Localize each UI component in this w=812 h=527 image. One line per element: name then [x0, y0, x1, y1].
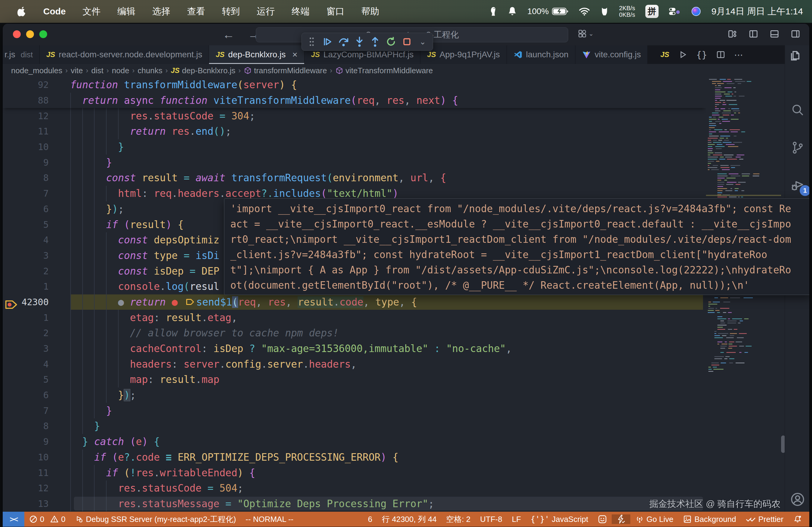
line-number[interactable]: 2	[3, 328, 70, 338]
line-number[interactable]: 7	[3, 405, 70, 416]
debug-step-into-button[interactable]	[353, 34, 366, 49]
cat-icon[interactable]	[600, 6, 609, 16]
close-window-button[interactable]	[13, 30, 21, 38]
zoom-window-button[interactable]	[39, 30, 47, 38]
split-editor-icon[interactable]	[716, 50, 725, 59]
siri-icon[interactable]	[691, 6, 701, 16]
line-number[interactable]: 3	[3, 250, 70, 261]
toggle-sidebar-icon[interactable]	[749, 29, 758, 39]
code-line[interactable]: 92function transformMiddleware(server) {	[3, 77, 703, 93]
code-line[interactable]: 1etag: result.etag,	[3, 310, 703, 325]
breadcrumb-item-transformMiddleware[interactable]: transformMiddleware	[244, 66, 327, 75]
line-number[interactable]: 5	[3, 374, 70, 385]
breadcrumb-item-vite[interactable]: vite	[71, 66, 83, 75]
line-number[interactable]: 6	[3, 390, 70, 400]
line-number[interactable]: 2	[3, 266, 70, 276]
run-js-icon[interactable]: JS	[661, 50, 669, 59]
tab-r.js[interactable]: r.jsdist	[3, 45, 40, 64]
current-execution-line[interactable]: 42300● return ● send$1(req, res, result.…	[3, 295, 703, 310]
code-line[interactable]: 8}	[3, 418, 703, 434]
control-center-icon[interactable]	[669, 7, 681, 16]
drag-handle[interactable]	[305, 34, 318, 49]
code-line[interactable]: 11return res.end();	[3, 124, 703, 139]
encoding-indicator[interactable]: UTF-8	[475, 515, 507, 524]
apple-menu[interactable]	[10, 0, 34, 23]
line-number[interactable]: 88	[3, 95, 70, 106]
debug-stop-button[interactable]	[401, 34, 414, 49]
line-number[interactable]: 9	[3, 436, 70, 447]
code-line[interactable]: 10}	[3, 139, 703, 155]
thunder-client-status[interactable]	[612, 514, 630, 524]
line-number[interactable]: 1	[3, 313, 70, 323]
menu-view[interactable]: 查看	[180, 0, 212, 23]
debug-session-status[interactable]: Debug SSR Server (my-react-app2-工程化)	[70, 514, 241, 525]
line-number[interactable]: 6	[3, 204, 70, 214]
close-tab-icon[interactable]: ×	[292, 49, 298, 60]
toggle-panel-icon[interactable]	[770, 29, 779, 39]
line-number[interactable]: 8	[3, 421, 70, 431]
tab-vite.config.js[interactable]: vite.config.js	[575, 45, 648, 64]
line-number[interactable]: 3	[3, 343, 70, 354]
breadcrumb-item-node[interactable]: node	[112, 66, 129, 75]
port-indicator[interactable]: 6	[363, 515, 377, 524]
code-line[interactable]: 9}	[3, 154, 703, 170]
code-line[interactable]: 9} catch (e) {	[3, 434, 703, 450]
horizontal-scrollbar[interactable]	[74, 497, 703, 511]
line-number[interactable]: 4	[3, 235, 70, 245]
debug-more-button[interactable]: ⌄	[416, 34, 429, 49]
menu-selection[interactable]: 选择	[145, 0, 177, 23]
line-number[interactable]: 42300	[3, 297, 70, 307]
code-line[interactable]: 2// allow browser to cache npm deps!	[3, 325, 703, 341]
debug-continue-button[interactable]	[321, 34, 334, 49]
code-line[interactable]: 10if (e?.code ≡ ERR_OPTIMIZE_DEPS_PROCES…	[3, 450, 703, 465]
minimize-window-button[interactable]	[26, 30, 34, 38]
code-line[interactable]: 3cacheControl: isDep ? "max-age=31536000…	[3, 341, 703, 357]
feedback-smiley[interactable]	[593, 515, 612, 524]
tab-react-dom-server.node.development.js[interactable]: JSreact-dom-server.node.development.js	[40, 45, 209, 64]
problems-status[interactable]: 0 0	[24, 515, 70, 524]
line-number[interactable]: 10	[3, 452, 70, 463]
code-line[interactable]: 11if (!res.writableEnded) {	[3, 465, 703, 481]
breadcrumb-item-dep-Bcnklxro.js[interactable]: JSdep-Bcnklxro.js	[171, 66, 235, 75]
code-line[interactable]: 12res.statusCode = 504;	[3, 481, 703, 496]
line-number[interactable]: 11	[3, 126, 70, 137]
line-number[interactable]: 11	[3, 468, 70, 478]
more-actions-icon[interactable]: ⋯	[734, 49, 743, 60]
debug-step-out-button[interactable]	[369, 34, 382, 49]
line-number[interactable]: 12	[3, 483, 70, 493]
line-number[interactable]: 92	[3, 79, 70, 90]
line-number[interactable]: 9	[3, 157, 70, 168]
cursor-position[interactable]: 行 42300, 列 44	[377, 514, 441, 525]
language-mode[interactable]: {'}'​ JavaScript	[526, 515, 593, 524]
menu-help[interactable]: 帮助	[354, 0, 387, 23]
breadcrumb-item-node_modules[interactable]: node_modules	[11, 66, 62, 75]
menu-window[interactable]: 窗口	[319, 0, 352, 23]
run-debug-icon[interactable]: 1	[790, 177, 805, 192]
search-icon[interactable]	[791, 103, 804, 117]
menu-app-name[interactable]: Code	[36, 0, 73, 23]
input-method-badge[interactable]: 拼	[646, 5, 658, 18]
line-number[interactable]: 1	[3, 281, 70, 292]
menu-run[interactable]: 运行	[249, 0, 282, 23]
code-line[interactable]: 7}	[3, 403, 703, 418]
toggle-secondary-sidebar-icon[interactable]	[791, 29, 800, 39]
menu-edit[interactable]: 编辑	[110, 0, 143, 23]
line-number[interactable]: 7	[3, 188, 70, 199]
code-line[interactable]: 8const result = await transformRequest(e…	[3, 170, 703, 186]
go-live-status[interactable]: Go Live	[630, 515, 678, 524]
remote-indicator[interactable]: ><	[3, 512, 24, 527]
bell-icon[interactable]	[508, 6, 517, 16]
bird-icon[interactable]	[488, 6, 497, 16]
background-extension-status[interactable]: Background	[678, 515, 741, 524]
braces-icon[interactable]: {}	[696, 49, 707, 60]
tab-App-9q1PrjAV.js[interactable]: JSApp-9q1PrjAV.js	[420, 45, 507, 64]
menu-terminal[interactable]: 终端	[285, 0, 317, 23]
code-line[interactable]: 12res.statusCode = 304;	[3, 108, 703, 124]
line-number[interactable]: 4	[3, 359, 70, 370]
prettier-status[interactable]: Prettier	[741, 515, 788, 524]
menubar-clock[interactable]: 9月14日 周日 上午1:14	[711, 5, 803, 18]
go-back-button[interactable]: ←	[222, 28, 235, 41]
line-number[interactable]: 5	[3, 220, 70, 230]
indentation-indicator[interactable]: 空格: 2	[441, 514, 475, 525]
line-number[interactable]: 12	[3, 111, 70, 121]
